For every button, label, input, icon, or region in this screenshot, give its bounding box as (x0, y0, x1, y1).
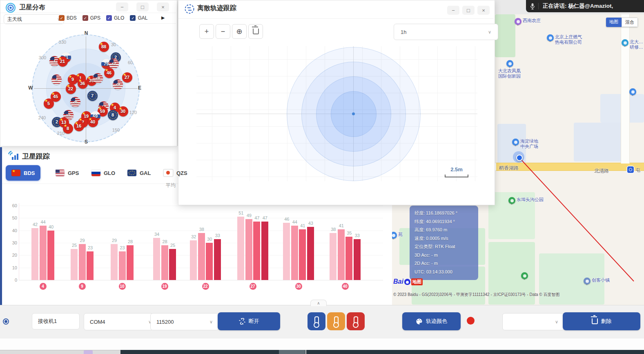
compass-label: E (138, 85, 141, 91)
collapse-tab[interactable]: ∧ (310, 300, 327, 306)
tab-gal[interactable]: GAL (122, 165, 156, 181)
track-select[interactable]: ∨ (502, 313, 564, 330)
filter-checkbox-gps[interactable]: ✓GPS (82, 15, 100, 21)
position-info-panel: 经度: 116.18697026 °纬度: 40.06911934 °高度: 6… (410, 206, 478, 280)
map-pin-icon (629, 88, 636, 95)
sat-window-title: 卫星分布 (19, 3, 45, 12)
satellite-bds-5: 5 (44, 99, 54, 109)
delete-button[interactable]: 删除 (563, 312, 640, 330)
road-label: 稻香湖路 (499, 165, 519, 172)
tab-glo[interactable]: GLO (86, 165, 121, 181)
status-dot (467, 317, 475, 325)
filter-checkbox-gal[interactable]: ✓GAL (130, 15, 147, 21)
degree-label: 240 (38, 115, 46, 120)
close-button[interactable]: × (477, 6, 490, 15)
baud-rate-select[interactable]: 115200∨ (150, 313, 219, 330)
satellite-gps-3: 3 (51, 74, 62, 85)
zoom-in-button[interactable]: + (199, 24, 214, 39)
clear-button[interactable] (248, 24, 263, 39)
info-row: 定位类型: RTK Float (414, 242, 473, 251)
com-port-select[interactable]: COM4∨ (84, 313, 158, 330)
track-window-icon (184, 4, 195, 16)
bar (299, 229, 306, 280)
flag-ru-icon (91, 170, 100, 176)
map-pin-label: 东埠头沟公园 (517, 197, 544, 202)
map-pin-label: 海淀绿地中央广场 (520, 139, 538, 149)
tab-bds[interactable]: BDS (6, 165, 40, 181)
flag-jp-icon (163, 169, 173, 177)
track-color-button[interactable]: 轨迹颜色 (402, 312, 461, 330)
maximize-button[interactable]: □ (136, 2, 149, 11)
filter-checkbox-bds[interactable]: ✓BDS (59, 15, 77, 21)
map-pin-icon (547, 34, 554, 41)
more-filters-arrow[interactable]: ▶ (161, 15, 165, 20)
bar (161, 245, 168, 280)
duration-select[interactable]: 1h∨ (394, 24, 498, 40)
bar-value-label: 34 (150, 232, 164, 237)
map-type-hybrid-button[interactable]: 混合 (622, 18, 638, 27)
filter-checkbox-glo[interactable]: ✓GLO (106, 15, 124, 21)
tab-qzs[interactable]: QZS (158, 165, 193, 181)
y-tick-label: 30 (6, 240, 17, 245)
thermometer-icon (334, 316, 339, 326)
y-tick-label: 60 (6, 203, 17, 208)
antenna-select[interactable]: 主天线∨ (4, 14, 64, 24)
road-label: 北清路 (594, 168, 609, 175)
y-tick-label: 10 (6, 265, 17, 270)
map-pin-label: 西南农庄 (523, 18, 541, 23)
maximize-button[interactable]: □ (462, 6, 475, 15)
tab-label: GPS (68, 170, 79, 176)
thermometer-button-2[interactable] (327, 312, 345, 330)
satellite-bds-8: 8 (63, 123, 73, 134)
tab-gps[interactable]: GPS (50, 165, 85, 181)
bar (31, 228, 38, 280)
category-badge: 10 (119, 283, 126, 290)
bar (261, 222, 268, 280)
filter-label: GAL (138, 15, 147, 21)
track-plot[interactable] (196, 46, 477, 181)
satellite-distribution-window: 卫星分布 − □ × 主天线∨ ✓BDS✓GPS✓GLO✓GAL ▶ NESW3… (0, 0, 177, 146)
receiver-radio[interactable] (3, 318, 9, 325)
bar (307, 227, 314, 280)
speaking-label: 正在讲话: 杨仁器@Amaziot, (543, 2, 613, 10)
thermometer-button-3[interactable] (347, 312, 365, 330)
map-type-map-button[interactable]: 地图 (606, 18, 622, 27)
zoom-out-button[interactable]: − (216, 24, 230, 39)
close-button[interactable]: × (157, 2, 169, 11)
map-pin-label: 北大…研修… (630, 39, 643, 50)
satellite-gal-7: 7 (87, 91, 98, 101)
category-badge: 30 (295, 283, 302, 290)
gridline (19, 218, 383, 218)
satellite-gps-32: 32 (109, 58, 119, 69)
palette-icon (416, 318, 423, 325)
disconnect-button[interactable]: 断开 (218, 312, 280, 330)
thermometer-button-1[interactable] (308, 312, 325, 330)
filter-label: GLO (114, 15, 124, 21)
satellite-gps-28: 28 (93, 73, 103, 83)
map-pin-icon (515, 18, 521, 25)
bar-value-label: 41 (334, 223, 348, 228)
app-stage: 西南农庄北京上庄燃气热电有限公司北大…研修…大北农凤凰国际创新园海淀绿地中央广场… (0, 0, 644, 354)
flag-eu-icon (127, 170, 136, 176)
filter-label: BDS (67, 15, 77, 21)
metro-station-icon (627, 166, 634, 173)
receiver-name-input[interactable] (32, 313, 80, 329)
map-pin-icon (506, 60, 513, 67)
checkbox-check-icon: ✓ (59, 15, 65, 21)
degree-label: 330 (59, 40, 66, 45)
satellite-bds-88: 88 (99, 42, 109, 52)
bar (119, 251, 126, 280)
checkbox-check-icon: ✓ (130, 15, 136, 21)
thermometer-icon (354, 316, 358, 326)
satellite-bds-27: 27 (122, 72, 132, 83)
bar (214, 239, 221, 280)
bar (245, 219, 252, 280)
bottom-strip (0, 350, 644, 354)
locate-button[interactable]: ⊕ (232, 24, 247, 39)
satellite-bds-21: 21 (58, 56, 68, 67)
bar-value-label: 28 (123, 239, 137, 244)
bar (40, 226, 47, 280)
minimize-button[interactable]: − (447, 6, 459, 15)
minimize-button[interactable]: − (116, 2, 128, 11)
connection-toolbar: COM4∨ 115200∨ 断开 轨迹颜色 ∨ (0, 305, 644, 339)
